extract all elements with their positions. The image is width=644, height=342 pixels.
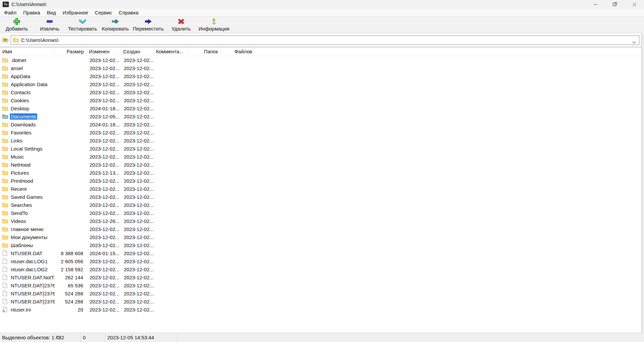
file-row[interactable]: Pictures 2023-12-13... 2023-12-02...: [0, 169, 644, 177]
cell-name: Local Settings: [0, 146, 55, 152]
folder-icon: [2, 186, 8, 191]
file-name-label: Cookies: [10, 97, 30, 104]
file-row[interactable]: Desktop 2024-01-18... 2023-12-02...: [0, 104, 644, 112]
column-header-comment[interactable]: Коммента...: [154, 47, 188, 56]
address-path-combobox[interactable]: C:\Users\Annws\: [11, 36, 639, 45]
cell-name: ntuser.ini: [0, 306, 55, 313]
file-name-label: Local Settings: [10, 146, 43, 152]
file-row[interactable]: Application Data 2023-12-02... 2023-12-0…: [0, 80, 644, 88]
file-row[interactable]: Videos 2023-12-26... 2023-12-02...: [0, 217, 644, 225]
cell-created: 2023-12-02...: [121, 73, 154, 79]
file-row[interactable]: NTUSER.DAT{2376... 524 288 2023-12-02...…: [0, 297, 644, 305]
restore-button[interactable]: [605, 0, 625, 9]
column-header-size[interactable]: Размер: [55, 47, 87, 56]
up-one-level-button[interactable]: [1, 35, 10, 45]
file-name-label: Videos: [10, 218, 27, 224]
cell-created: 2023-12-02...: [121, 210, 154, 216]
menu-view[interactable]: Вид: [44, 9, 59, 16]
file-name-label: Music: [10, 154, 25, 160]
file-row[interactable]: ntuser.dat.LOG1 2 605 056 2023-12-02... …: [0, 257, 644, 265]
cell-modified: 2023-12-13...: [87, 170, 121, 176]
cell-modified: 2023-12-02...: [87, 259, 121, 264]
cell-name: Links: [0, 137, 55, 144]
file-row[interactable]: Links 2023-12-02... 2023-12-02...: [0, 136, 644, 145]
column-header-files[interactable]: Файлов: [221, 47, 255, 56]
file-name-label: Links: [10, 137, 23, 144]
menu-favorites[interactable]: Избранное: [59, 9, 92, 16]
file-row[interactable]: NTUSER.DAT 8 388 608 2024-01-15... 2023-…: [0, 249, 644, 257]
move-arrow-icon: [144, 17, 153, 25]
file-row[interactable]: ntuser.dat.LOG2 2 158 592 2023-12-02... …: [0, 265, 644, 273]
column-header-folders[interactable]: Папок: [188, 47, 221, 56]
file-row[interactable]: Music 2023-12-02... 2023-12-02...: [0, 153, 644, 161]
info-button[interactable]: i Информация: [198, 17, 230, 32]
file-row[interactable]: Documents 2023-12-05... 2023-12-02...: [0, 112, 644, 120]
file-row[interactable]: NTUSER.DAT.NotT... 262 144 2023-12-02...…: [0, 273, 644, 281]
menu-edit[interactable]: Правка: [20, 9, 44, 16]
test-button[interactable]: Тестировать: [66, 17, 99, 32]
column-header-modified[interactable]: Изменен: [87, 47, 121, 56]
file-name-label: NTUSER.DAT{2376...: [10, 298, 55, 305]
status-filler: [177, 333, 644, 342]
file-name-label: Desktop: [10, 105, 30, 112]
toolbar: Добавить Извлечь Тестировать Копировать: [0, 16, 644, 33]
file-row[interactable]: NTUSER.DAT{2376... 524 288 2023-12-02...…: [0, 289, 644, 297]
extract-button[interactable]: Извлечь: [33, 17, 66, 32]
cell-modified: 2023-12-05...: [87, 114, 121, 119]
close-button[interactable]: [625, 0, 644, 9]
folder-icon: [2, 138, 8, 143]
file-row[interactable]: Saved Games 2023-12-02... 2023-12-02...: [0, 193, 644, 201]
file-name-label: Favorites: [10, 129, 33, 136]
file-row[interactable]: Contacts 2023-12-02... 2023-12-02...: [0, 88, 644, 96]
file-row[interactable]: SendTo 2023-12-02... 2023-12-02...: [0, 209, 644, 217]
cell-created: 2023-12-02...: [121, 267, 154, 272]
column-header-name[interactable]: Имя: [0, 47, 55, 56]
file-row[interactable]: NTUSER.DAT{2376... 65 536 2023-12-02... …: [0, 281, 644, 289]
menu-file[interactable]: Файл: [1, 9, 20, 16]
add-button[interactable]: Добавить: [0, 17, 33, 32]
app-window: 7z C:\Users\Annws\ Файл Правка Вид Избра…: [0, 0, 644, 342]
file-row[interactable]: Searches 2023-12-02... 2023-12-02...: [0, 201, 644, 209]
minimize-button[interactable]: [586, 0, 605, 9]
folder-up-icon: [2, 37, 8, 43]
column-header-created[interactable]: Создан: [121, 47, 154, 56]
cell-modified: 2023-12-02...: [87, 130, 121, 135]
file-row[interactable]: Local Settings 2023-12-02... 2023-12-02.…: [0, 145, 644, 153]
info-icon: i: [210, 17, 218, 25]
cell-created: 2023-12-02...: [121, 283, 154, 288]
cell-modified: 2023-12-02...: [87, 283, 121, 288]
file-row[interactable]: .dotnet 2023-12-02... 2023-12-02...: [0, 56, 644, 64]
file-row[interactable]: Downloads 2024-01-18... 2023-12-02...: [0, 120, 644, 128]
cell-created: 2023-12-02...: [121, 178, 154, 184]
chevron-down-icon[interactable]: [632, 39, 636, 45]
file-name-label: ntuser.ini: [10, 306, 32, 313]
menu-help[interactable]: Справка: [115, 9, 142, 16]
file-rows: .dotnet 2023-12-02... 2023-12-02... anse…: [0, 56, 644, 314]
cell-modified: 2023-12-02...: [87, 275, 121, 280]
cell-modified: 2023-12-02...: [87, 234, 121, 240]
file-row[interactable]: главное меню 2023-12-02... 2023-12-02...: [0, 225, 644, 233]
file-name-label: ntuser.dat.LOG2: [10, 266, 49, 273]
file-row[interactable]: NetHood 2023-12-02... 2023-12-02...: [0, 161, 644, 169]
move-button[interactable]: Переместить: [132, 17, 165, 32]
file-name-label: AppData: [10, 73, 31, 79]
file-row[interactable]: AppData 2023-12-02... 2023-12-02...: [0, 72, 644, 80]
file-row[interactable]: ansel 2023-12-02... 2023-12-02...: [0, 64, 644, 72]
cell-modified: 2023-12-02...: [87, 242, 121, 248]
file-row[interactable]: PrintHood 2023-12-02... 2023-12-02...: [0, 177, 644, 185]
cell-size: 8 388 608: [55, 250, 87, 256]
file-row[interactable]: Шаблоны 2023-12-02... 2023-12-02...: [0, 241, 644, 249]
file-row[interactable]: Recent 2023-12-02... 2023-12-02...: [0, 185, 644, 193]
test-chevron-icon: [78, 17, 87, 25]
file-row[interactable]: Cookies 2023-12-02... 2023-12-02...: [0, 96, 644, 104]
7zip-app-icon: 7z: [3, 2, 9, 7]
menu-tools[interactable]: Сервис: [92, 9, 115, 16]
file-row[interactable]: Favorites 2023-12-02... 2023-12-02...: [0, 128, 644, 136]
copy-button[interactable]: Копировать: [99, 17, 132, 32]
cell-modified: 2023-12-02...: [87, 267, 121, 272]
delete-button[interactable]: Удалить: [165, 17, 198, 32]
cell-created: 2023-12-02...: [121, 226, 154, 232]
file-row[interactable]: Мои документы 2023-12-02... 2023-12-02..…: [0, 233, 644, 241]
test-button-label: Тестировать: [68, 26, 97, 32]
file-row[interactable]: ntuser.ini 20 2023-12-02... 2023-12-02..…: [0, 305, 644, 314]
